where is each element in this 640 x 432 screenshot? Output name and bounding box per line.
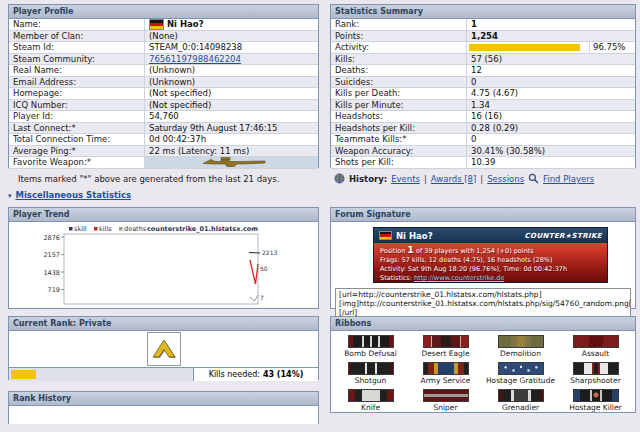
ribbon-demolition: Demolition — [483, 335, 558, 358]
table-row: Steam Id: STEAM_0:0:14098238 — [9, 42, 318, 54]
steam-community-link[interactable]: 76561197988462204 — [149, 54, 241, 64]
player-trend-panel: Player Trend skill kills deaths counters… — [8, 207, 319, 309]
ribbon-image — [423, 362, 469, 375]
rank-insignia-area — [9, 331, 318, 367]
player-trend-chart: skill kills deaths counterstrike_01.hlst… — [12, 224, 315, 308]
table-row: Homepage: (Not specified) — [9, 88, 318, 100]
ribbon-image — [498, 389, 544, 402]
player-profile-table: Name: Ni Hao? Member of Clan: (None) Ste… — [9, 19, 318, 169]
ribbon-image — [348, 362, 394, 375]
table-row: Rank: 1 — [331, 19, 635, 31]
signature-stats-url[interactable]: http://www.counterstrike.de — [414, 274, 504, 283]
table-row: Points: 1,254 — [331, 31, 635, 43]
ribbon-shotgun: Shotgun — [333, 362, 408, 385]
ribbon-hostage-killer: Hostage Killer — [558, 389, 633, 412]
table-row: ICQ Number: (Not specified) — [9, 100, 318, 112]
miscellaneous-statistics: ▾ Miscellaneous Statistics — [8, 190, 131, 200]
skill-end-label: 2213 — [262, 249, 277, 256]
svg-text:2157: 2157 — [43, 251, 60, 259]
table-row: Suicides: 0 — [331, 77, 635, 89]
svg-text:deaths: deaths — [124, 225, 147, 233]
rank-history-panel: Rank History — [8, 391, 319, 424]
panel-title: Rank History — [13, 394, 71, 403]
table-row: Activity: 96.75% — [331, 42, 635, 54]
panel-title: Forum Signature — [335, 210, 411, 219]
ribbon-image — [423, 335, 469, 348]
current-rank-panel: Current Rank: Private Kills needed: 43 (… — [8, 316, 319, 380]
signature-player-name: Ni Hao? — [396, 231, 521, 241]
table-row: Favorite Weapon:* — [9, 157, 318, 169]
ribbon-image — [498, 362, 544, 375]
panel-title: Ribbons — [335, 319, 371, 328]
panel-title: Player Trend — [13, 210, 70, 219]
svg-text:2876: 2876 — [43, 234, 60, 242]
panel-title: Player Profile — [13, 7, 74, 16]
table-row: Deaths: 12 — [331, 65, 635, 77]
svg-text:1438: 1438 — [43, 269, 60, 277]
ribbons-panel: Ribbons Bomb Defusal Desert Eagle Demoli… — [330, 316, 636, 413]
ribbon-grenadier: Grenadier — [483, 389, 558, 412]
private-chevron-icon — [150, 336, 178, 362]
ribbons-grid: Bomb Defusal Desert Eagle Demolition Ass… — [331, 331, 635, 416]
asterisk-note: Items marked "*" above are generated fro… — [18, 174, 279, 184]
miscellaneous-statistics-link[interactable]: Miscellaneous Statistics — [15, 190, 131, 200]
favorite-weapon-cell — [145, 157, 318, 168]
counter-strike-logo: COUNTER★STRIKE — [525, 232, 602, 240]
ribbon-image — [348, 335, 394, 348]
find-players-link[interactable]: Find Players — [543, 174, 594, 184]
table-row: Real Name: (Unknown) — [9, 65, 318, 77]
table-row: Steam Community: 76561197988462204 — [9, 54, 318, 66]
awards-link[interactable]: Awards [8] — [431, 174, 477, 184]
kills-end-label: 50 — [260, 265, 268, 272]
current-rank-header: Current Rank: Private — [9, 317, 318, 331]
svg-text:kills: kills — [99, 225, 112, 233]
rank-history-body — [9, 406, 318, 424]
forum-signature-panel: Forum Signature Ni Hao? COUNTER★STRIKE P… — [330, 207, 636, 309]
signature-banner-header: Ni Hao? COUNTER★STRIKE — [374, 228, 607, 243]
statistics-summary-header: Statistics Summary — [331, 5, 635, 19]
table-row: Headshots per Kill: 0.28 (0.29) — [331, 123, 635, 135]
ribbon-image — [573, 362, 619, 375]
svg-text:719: 719 — [48, 286, 60, 294]
ribbon-image — [573, 335, 619, 348]
country-flag-icon — [379, 231, 392, 240]
rank-name: Private — [79, 319, 111, 328]
table-row: Kills per Death: 4.75 (4.67) — [331, 88, 635, 100]
country-flag-icon — [149, 19, 164, 30]
ribbons-header: Ribbons — [331, 317, 635, 331]
panel-title: Statistics Summary — [335, 7, 423, 16]
ribbon-assault: Assault — [558, 335, 633, 358]
table-row: Average Ping:* 22 ms (Latency: 11 ms) — [9, 146, 318, 158]
table-row: Teammate Kills:* 0 — [331, 134, 635, 146]
player-trend-header: Player Trend — [9, 208, 318, 222]
table-row: Email Address: (Unknown) — [9, 77, 318, 89]
ribbon-sharpshooter: Sharpshooter — [558, 362, 633, 385]
rank-progress-track — [9, 368, 193, 381]
signature-frags-line: Frags: 57 kills, 12 deaths (4.75), 16 he… — [380, 256, 601, 265]
chart-watermark: counterstrike_01.hlstatsx.com — [147, 225, 258, 233]
activity-bar — [469, 44, 580, 51]
activity-percent: 96.75% — [589, 42, 635, 53]
signature-position-line: Position 1 of 39 players with 1,254 (+0)… — [380, 245, 601, 256]
signature-banner: Ni Hao? COUNTER★STRIKE Position 1 of 39 … — [373, 227, 608, 283]
table-row: Player Id: 54,760 — [9, 111, 318, 123]
player-profile-panel: Player Profile Name: Ni Hao? Member of C… — [8, 4, 319, 168]
favorite-weapon-icon — [201, 156, 267, 168]
ribbon-image — [573, 389, 619, 402]
svg-text:skill: skill — [74, 225, 87, 233]
statistics-summary-panel: Statistics Summary Rank: 1 Points: 1,254… — [330, 4, 636, 168]
history-links-row: History: Events | Awards [8] | Sessions … — [334, 173, 594, 184]
ribbon-image — [498, 335, 544, 348]
rank-history-header: Rank History — [9, 392, 318, 406]
deaths-end-label: 7 — [260, 294, 264, 301]
forum-signature-header: Forum Signature — [331, 208, 635, 222]
rank-progress-bar — [11, 370, 36, 379]
signature-stats-line: Statistics: http://www.counterstrike.de — [380, 274, 601, 283]
sessions-link[interactable]: Sessions — [487, 174, 524, 184]
table-row: Last Connect:* Saturday 9th August 17:46… — [9, 123, 318, 135]
ribbon-bomb-defusal: Bomb Defusal — [333, 335, 408, 358]
table-row: Kills per Minute: 1.34 — [331, 100, 635, 112]
history-label: History: — [349, 174, 387, 184]
triangle-down-icon: ▾ — [8, 192, 12, 200]
events-link[interactable]: Events — [391, 174, 420, 184]
